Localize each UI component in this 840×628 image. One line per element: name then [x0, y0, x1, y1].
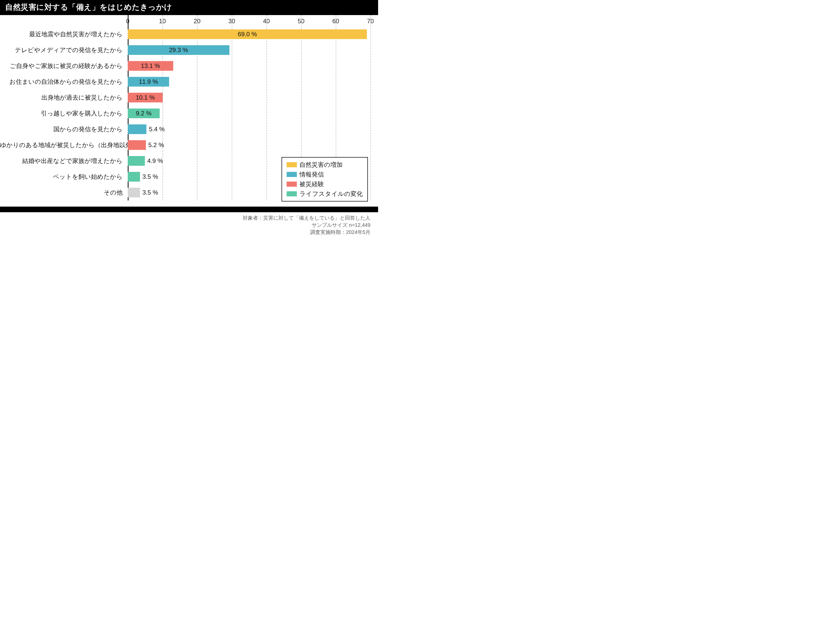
bar [128, 125, 146, 134]
x-tick-label: 10 [159, 17, 166, 25]
legend-label: 自然災害の増加 [299, 161, 343, 169]
bar-row: ご自身やご家族に被災の経験があるから13.1 % [128, 58, 370, 74]
bar: 9.2 % [128, 109, 159, 118]
x-tick-label: 60 [332, 17, 339, 25]
category-label: テレビやメディアでの発信を見たから [0, 46, 123, 54]
value-label: 29.3 % [166, 46, 191, 54]
x-axis: 010203040506070 [128, 15, 370, 26]
bar-row: 最近地震や自然災害が増えたから69.0 % [128, 26, 370, 42]
footnote-line: サンプルサイズ n=12,449 [0, 221, 370, 229]
legend: 自然災害の増加情報発信被災経験ライフスタイルの変化 [281, 157, 368, 202]
chart-container: 自然災害に対する「備え」をはじめたきっかけ 010203040506070 最近… [0, 0, 378, 241]
bar: 69.0 % [128, 29, 367, 39]
category-label: お住まいの自治体からの発信を見たから [0, 77, 123, 86]
value-label: 69.0 % [235, 31, 260, 38]
category-label: ペットを飼い始めたから [0, 173, 123, 181]
value-label: 10.1 % [133, 94, 157, 101]
bar-row: 国からの発信を見たから5.4 % [128, 121, 370, 137]
x-tick-label: 50 [298, 17, 305, 25]
legend-item: 自然災害の増加 [287, 161, 363, 169]
bar: 13.1 % [128, 61, 173, 71]
legend-label: 被災経験 [299, 180, 324, 188]
legend-swatch [287, 162, 297, 167]
value-label: 4.9 % [145, 157, 166, 164]
legend-label: ライフスタイルの変化 [299, 190, 363, 198]
x-tick-label: 30 [228, 17, 235, 25]
bar [128, 140, 146, 150]
category-label: その他 [0, 188, 123, 197]
legend-swatch [287, 191, 297, 196]
value-label: 13.1 % [139, 62, 163, 69]
bar-row: お住まいの自治体からの発信を見たから11.9 % [128, 74, 370, 90]
footer-bar [0, 207, 378, 212]
category-label: 結婚や出産などで家族が増えたから [0, 157, 123, 165]
legend-swatch [287, 181, 297, 187]
value-label: 3.5 % [140, 189, 161, 196]
bar-row: 引っ越しや家を購入したから9.2 % [128, 106, 370, 121]
bar [128, 172, 140, 181]
x-tick-label: 40 [263, 17, 270, 25]
category-label: ゆかりのある地域が被災したから（出身地以外） [0, 141, 123, 149]
footnotes: 対象者：災害に対して「備えをしている」と回答した人サンプルサイズ n=12,44… [0, 212, 378, 241]
bar: 10.1 % [128, 93, 163, 103]
category-label: 最近地震や自然災害が増えたから [0, 30, 123, 38]
x-tick-label: 70 [367, 17, 374, 25]
bar-row: テレビやメディアでの発信を見たから29.3 % [128, 42, 370, 58]
bar-row: ゆかりのある地域が被災したから（出身地以外）5.2 % [128, 137, 370, 153]
category-label: 出身地が過去に被災したから [0, 93, 123, 102]
value-label: 5.4 % [146, 126, 167, 133]
x-tick-label: 20 [194, 17, 201, 25]
bar [128, 156, 145, 166]
plot-area: 010203040506070 最近地震や自然災害が増えたから69.0 %テレビ… [0, 15, 378, 207]
value-label: 9.2 % [133, 110, 154, 117]
chart-title: 自然災害に対する「備え」をはじめたきっかけ [0, 0, 378, 15]
legend-item: ライフスタイルの変化 [287, 190, 363, 198]
footnote-line: 対象者：災害に対して「備えをしている」と回答した人 [0, 214, 370, 221]
value-label: 11.9 % [136, 78, 160, 85]
category-label: 引っ越しや家を購入したから [0, 109, 123, 117]
bar [128, 188, 140, 197]
legend-label: 情報発信 [299, 170, 324, 178]
category-label: ご自身やご家族に被災の経験があるから [0, 62, 123, 70]
value-label: 5.2 % [146, 142, 167, 148]
gridline [370, 15, 371, 200]
bar-row: 出身地が過去に被災したから10.1 % [128, 90, 370, 106]
legend-item: 被災経験 [287, 180, 363, 188]
legend-swatch [287, 172, 297, 177]
value-label: 3.5 % [140, 173, 161, 180]
bar: 11.9 % [128, 77, 169, 87]
legend-item: 情報発信 [287, 170, 363, 178]
bar: 29.3 % [128, 45, 229, 55]
footnote-line: 調査実施時期：2024年5月 [0, 229, 370, 236]
category-label: 国からの発信を見たから [0, 125, 123, 133]
